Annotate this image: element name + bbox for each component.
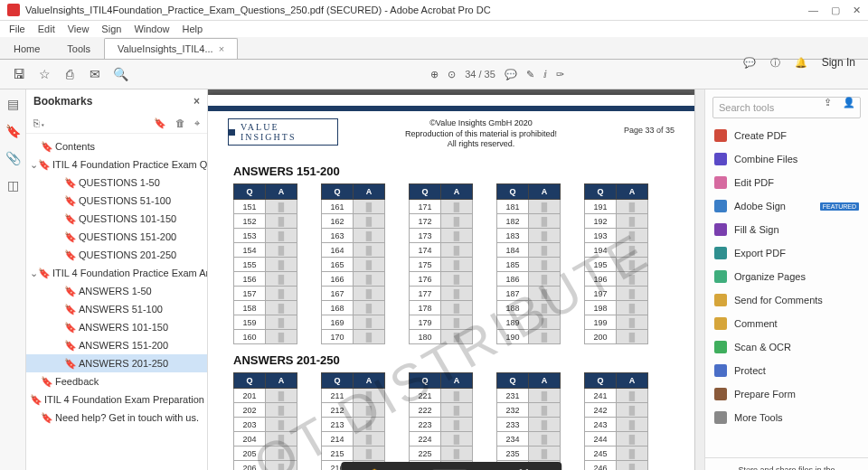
answer-table: QA231█232█233█234█235█236█ (496, 372, 561, 470)
page-up-icon[interactable]: ⊕ (430, 69, 439, 80)
question-icon[interactable]: ⓘ (770, 56, 780, 70)
floating-toolbar: ▸ ✋ ⊖ ⊕ 125% ⇔ ▭ ⛶ ⋯ (341, 462, 561, 470)
section-heading-1: ANSWERS 151-200 (233, 164, 694, 178)
bookmark-item[interactable]: 🔖ANSWERS 101-150 (26, 318, 207, 336)
bm-delete-icon[interactable]: 🗑 (175, 118, 185, 128)
menu-bar: File Edit View Sign Window Help (0, 21, 868, 37)
right-panel: Search tools Create PDFCombine FilesEdit… (704, 89, 868, 470)
promo: Store and share files in theDocument Clo… (705, 457, 868, 470)
tab-document[interactable]: ValueInsights_ITIL4...× (104, 38, 238, 59)
bell-icon[interactable]: 🔔 (795, 57, 807, 69)
bookmark-item[interactable]: 🔖QUESTIONS 1-50 (26, 174, 207, 192)
bookmarks-icon[interactable]: 🔖 (5, 124, 21, 138)
tool-send-for-comments[interactable]: Send for Comments (705, 288, 868, 312)
chat-icon[interactable]: 💬 (743, 57, 756, 69)
bookmarks-toolbar: ⎘▾ 🔖 🗑 ⌖ (26, 113, 207, 134)
bookmark-item[interactable]: 🔖QUESTIONS 201-250 (26, 246, 207, 264)
top-right: 💬 ⓘ 🔔 Sign In (731, 37, 868, 88)
bookmark-item[interactable]: 🔖Feedback (26, 372, 207, 390)
panel-close-icon[interactable]: × (193, 95, 200, 108)
menu-window[interactable]: Window (134, 24, 169, 34)
tool-icon (714, 153, 727, 165)
tool-fill-sign[interactable]: Fill & Sign (705, 218, 868, 241)
bookmark-item[interactable]: 🔖QUESTIONS 101-150 (26, 210, 207, 228)
bm-find-icon[interactable]: ⌖ (194, 118, 200, 129)
bookmark-item[interactable]: 🔖QUESTIONS 51-100 (26, 192, 207, 210)
highlight-icon[interactable]: ⅈ (543, 69, 547, 80)
maximize-icon[interactable]: ▢ (831, 5, 840, 16)
menu-edit[interactable]: Edit (38, 24, 55, 34)
close-icon[interactable]: ✕ (853, 5, 861, 16)
tab-close-icon[interactable]: × (219, 43, 224, 54)
star-icon[interactable]: ☆ (34, 64, 54, 84)
menu-file[interactable]: File (9, 24, 25, 34)
minimize-icon[interactable]: — (808, 5, 818, 16)
tool-icon (714, 247, 727, 259)
people-icon[interactable]: 👤 (843, 97, 855, 108)
menu-view[interactable]: View (68, 24, 90, 34)
tool-edit-pdf[interactable]: Edit PDF (705, 171, 868, 194)
answer-table: QA221█222█223█224█225█226█ (409, 372, 473, 470)
mail-icon[interactable]: ✉ (85, 64, 105, 84)
tool-organize-pages[interactable]: Organize Pages (705, 265, 868, 288)
bookmark-item[interactable]: 🔖Contents (26, 137, 207, 155)
tool-create-pdf[interactable]: Create PDF (705, 124, 868, 147)
comment-icon[interactable]: 💬 (505, 69, 517, 80)
page-number: Page 33 of 35 (624, 118, 675, 135)
page-indicator[interactable]: 34 / 35 (465, 69, 495, 80)
answer-table: QA211█212█213█214█215█216█ (321, 372, 385, 470)
menu-help[interactable]: Help (183, 24, 203, 34)
scrollbar[interactable] (694, 89, 704, 470)
bookmark-item[interactable]: 🔖ANSWERS 201-250 (26, 354, 207, 372)
top-right-2: ⇪ 👤 (811, 88, 868, 117)
bookmark-item[interactable]: ⌄🔖ITIL 4 Foundation Practice Exam Answer… (26, 264, 207, 282)
tool-combine-files[interactable]: Combine Files (705, 147, 868, 171)
bookmark-item[interactable]: 🔖QUESTIONS 151-200 (26, 228, 207, 246)
document-viewer[interactable]: VALUE INSIGHTS ©Value Insights GmbH 2020… (208, 89, 694, 470)
tool-icon (714, 341, 727, 353)
bookmark-item[interactable]: 🔖Need help? Get in touch with us. (26, 409, 207, 427)
tool-adobe-sign[interactable]: Adobe SignFEATURED (705, 194, 868, 218)
answer-table: QA191█192█193█194█195█196█197█198█199█20… (584, 183, 648, 344)
tab-home[interactable]: Home (0, 38, 53, 59)
attachments-icon[interactable]: 📎 (5, 151, 21, 165)
pen-icon[interactable]: ✎ (526, 69, 534, 80)
tool-icon (714, 200, 727, 212)
share-icon[interactable]: ⇪ (824, 97, 832, 108)
menu-sign[interactable]: Sign (101, 24, 121, 34)
tool-icon (714, 223, 727, 236)
bookmark-item[interactable]: 🔖ANSWERS 51-100 (26, 300, 207, 318)
stamp-icon[interactable]: ✑ (556, 69, 564, 80)
tool-prepare-form[interactable]: Prepare Form (705, 382, 868, 406)
bookmarks-panel: Bookmarks× ⎘▾ 🔖 🗑 ⌖ 🔖Contents⌄🔖ITIL 4 Fo… (26, 89, 208, 470)
bookmark-item[interactable]: ⌄🔖ITIL 4 Foundation Practice Exam Questi… (26, 155, 207, 174)
app-icon (7, 4, 20, 16)
tool-export-pdf[interactable]: Export PDF (705, 241, 868, 265)
tool-icon (714, 176, 727, 189)
bookmark-item[interactable]: 🔖ANSWERS 151-200 (26, 336, 207, 354)
thumbnails-icon[interactable]: ▤ (7, 97, 19, 111)
section-heading-2: ANSWERS 201-250 (233, 353, 694, 367)
tool-comment[interactable]: Comment (705, 312, 868, 335)
answer-grids-2: QA201█202█203█204█205█206█QA211█212█213█… (208, 372, 694, 470)
bookmark-item[interactable]: 🔖ITIL 4 Foundation Exam Preparation Vide… (26, 390, 207, 409)
bookmark-item[interactable]: 🔖ANSWERS 1-50 (26, 282, 207, 300)
search-icon[interactable]: 🔍 (110, 64, 130, 84)
tool-protect[interactable]: Protect (705, 359, 868, 382)
answer-table: QA241█242█243█244█245█246█ (584, 372, 648, 470)
title-bar: ValueInsights_ITIL4Foundation_Practice_E… (0, 0, 868, 21)
answer-table: QA161█162█163█164█165█166█167█168█169█17… (321, 183, 385, 344)
save-icon[interactable]: 🖫 (9, 64, 29, 84)
page-down-icon[interactable]: ⊙ (448, 69, 456, 80)
bm-new-icon[interactable]: 🔖 (154, 118, 166, 129)
tool-icon (714, 294, 727, 306)
print-icon[interactable]: ⎙ (60, 64, 80, 84)
tool-icon (714, 129, 727, 142)
tab-tools[interactable]: Tools (53, 38, 104, 59)
layers-icon[interactable]: ◫ (7, 178, 19, 193)
bm-options-icon[interactable]: ⎘▾ (33, 118, 46, 128)
tool-scan-ocr[interactable]: Scan & OCR (705, 335, 868, 359)
sign-in-link[interactable]: Sign In (822, 56, 855, 69)
tool-icon (714, 364, 727, 377)
tool-more-tools[interactable]: More Tools (705, 406, 868, 429)
